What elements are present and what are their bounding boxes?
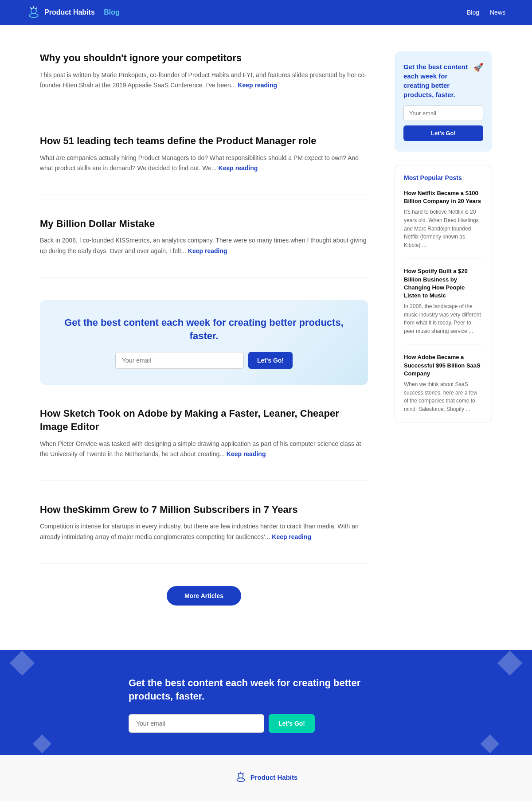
svg-line-4 — [35, 8, 37, 9]
article-excerpt: This post is written by Marie Prokopets,… — [40, 70, 368, 90]
keep-reading-link[interactable]: Keep reading — [272, 533, 311, 540]
popular-post-title[interactable]: How Spotify Built a $20 Billion Business… — [404, 267, 483, 300]
svg-point-5 — [237, 778, 244, 782]
brand-logo-icon — [27, 5, 41, 20]
rocket-icon: 🚀 — [473, 62, 483, 73]
main-content: Why you shouldn't ignore your competitor… — [40, 51, 368, 632]
article-item: My Billion Dollar Mistake Back in 2008, … — [40, 217, 368, 278]
deco-diamond-bottom-right — [483, 737, 497, 750]
article-excerpt: Competition is intense for startups in e… — [40, 521, 368, 542]
brand-name-text: Product Habits — [44, 8, 95, 16]
popular-post-excerpt: It's hard to believe Netflix is 20 years… — [404, 208, 483, 249]
sidebar-cta-box: Get the best content each week for creat… — [395, 51, 492, 152]
article-title: My Billion Dollar Mistake — [40, 217, 368, 231]
article-item: How 51 leading tech teams define the Pro… — [40, 134, 368, 195]
svg-point-0 — [29, 14, 38, 18]
popular-posts-section: Most Popular Posts How Netflix Became a … — [395, 165, 492, 422]
footer-cta-title: Get the best content each week for creat… — [129, 676, 403, 704]
article-excerpt: Back in 2008, I co-founded KISSmetrics, … — [40, 235, 368, 256]
brand-logo-link[interactable]: Product Habits Blog — [27, 5, 120, 20]
footer-logo-icon — [235, 771, 247, 783]
footer-brand-name: Product Habits — [250, 774, 298, 781]
popular-post-title[interactable]: How Adobe Became a Successful $95 Billio… — [404, 353, 483, 378]
more-articles-button[interactable]: More Articles — [167, 586, 241, 606]
popular-post-excerpt: In 2006, the landscape of the music indu… — [404, 302, 483, 335]
article-title: How theSkimm Grew to 7 Million Subscribe… — [40, 503, 368, 516]
sidebar-cta-submit-button[interactable]: Let's Go! — [403, 125, 483, 141]
inline-cta-form: Let's Go! — [115, 352, 293, 369]
footer-cta-banner: Get the best content each week for creat… — [0, 650, 532, 755]
popular-posts-title: Most Popular Posts — [404, 174, 483, 181]
footer-brand-link[interactable]: Product Habits — [235, 771, 298, 783]
popular-post-item: How Netflix Became a $100 Billion Compan… — [404, 189, 483, 258]
footer-cta-email-input[interactable] — [129, 714, 264, 733]
popular-post-title[interactable]: How Netflix Became a $100 Billion Compan… — [404, 189, 483, 205]
popular-post-item: How Adobe Became a Successful $95 Billio… — [404, 353, 483, 413]
popular-post-item: How Spotify Built a $20 Billion Business… — [404, 267, 483, 344]
footer-cta-submit-button[interactable]: Let's Go! — [269, 714, 315, 733]
footer-cta-form: Let's Go! — [129, 714, 315, 733]
sidebar-cta-title: Get the best content each week for creat… — [403, 62, 483, 99]
deco-diamond-right — [501, 654, 519, 672]
popular-post-excerpt: When we think about SaaS success stories… — [404, 380, 483, 413]
article-item: How theSkimm Grew to 7 Million Subscribe… — [40, 503, 368, 564]
deco-diamond-left — [13, 654, 31, 672]
article-title: How 51 leading tech teams define the Pro… — [40, 134, 368, 148]
nav-link-blog[interactable]: Blog — [467, 9, 479, 16]
keep-reading-link[interactable]: Keep reading — [219, 164, 258, 172]
keep-reading-link[interactable]: Keep reading — [238, 82, 277, 89]
keep-reading-link[interactable]: Keep reading — [188, 247, 227, 254]
article-item: How Sketch Took on Adobe by Making a Fas… — [40, 407, 368, 481]
more-articles-section: More Articles — [40, 586, 368, 606]
footer-cta-inner: Get the best content each week for creat… — [111, 676, 421, 733]
deco-diamond-bottom-left — [35, 737, 49, 750]
brand-blog-text: Blog — [104, 8, 120, 16]
sidebar-cta-email-input[interactable] — [403, 106, 483, 121]
article-title: Why you shouldn't ignore your competitor… — [40, 51, 368, 65]
site-footer: Product Habits — [0, 755, 532, 801]
nav-links: Blog News — [467, 9, 505, 16]
navbar: Product Habits Blog Blog News — [0, 0, 532, 25]
article-excerpt: When Pieter Omvlee was tasked with desig… — [40, 439, 368, 459]
sidebar: Get the best content each week for creat… — [395, 51, 492, 422]
article-item: Why you shouldn't ignore your competitor… — [40, 51, 368, 112]
inline-cta-submit-button[interactable]: Let's Go! — [248, 352, 293, 369]
svg-line-9 — [243, 773, 243, 774]
inline-cta-title: Get the best content each week for creat… — [58, 316, 350, 344]
inline-cta-box: Get the best content each week for creat… — [40, 300, 368, 385]
svg-line-8 — [238, 773, 239, 774]
article-title: How Sketch Took on Adobe by Making a Fas… — [40, 407, 368, 433]
inline-cta-email-input[interactable] — [115, 352, 244, 369]
svg-line-3 — [31, 8, 32, 9]
nav-link-news[interactable]: News — [490, 9, 505, 16]
article-excerpt: What are companies actually hiring Produ… — [40, 153, 368, 173]
keep-reading-link[interactable]: Keep reading — [227, 450, 266, 457]
page-wrapper: Why you shouldn't ignore your competitor… — [22, 25, 510, 650]
